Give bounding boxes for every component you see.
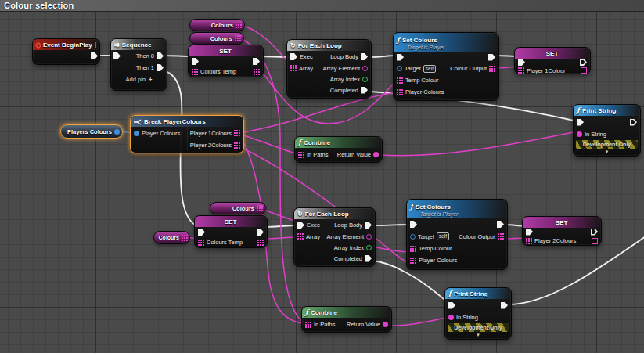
exec-in-pin[interactable]	[448, 302, 455, 309]
player2colours-out-pin[interactable]	[234, 142, 240, 149]
array-element-out-pin[interactable]	[366, 234, 372, 240]
array-out-pin[interactable]	[235, 35, 241, 41]
node-set-colours-temp-top[interactable]: SET Colours Temp	[188, 45, 264, 77]
array-out-pin[interactable]	[236, 22, 242, 28]
array-in-pin[interactable]	[290, 65, 297, 71]
var-get-colours-4[interactable]: Colours	[210, 202, 266, 214]
node-title: Set Colours	[402, 37, 437, 44]
exec-out-pin[interactable]	[488, 54, 495, 61]
node-expander[interactable]: ▼	[445, 333, 511, 339]
exec-out-pin[interactable]	[253, 58, 260, 65]
exec-in-pin[interactable]	[192, 58, 199, 65]
exec-out-pin[interactable]	[591, 229, 598, 236]
array-in-pin[interactable]	[192, 69, 198, 75]
struct-out-pin[interactable]	[114, 129, 120, 135]
exec-in-pin[interactable]	[518, 59, 525, 66]
target-in-pin[interactable]	[397, 66, 402, 71]
exec-out-pin[interactable]	[91, 52, 98, 59]
node-set-colours-temp-bottom[interactable]: SET Colours Temp	[194, 215, 268, 248]
node-foreach-loop-bottom[interactable]: ↻ For Each Loop Exec Loop Body Array Arr…	[293, 207, 376, 267]
node-print-string-bottom[interactable]: ƒ Print String In String Development Onl…	[444, 287, 512, 340]
loop-body-exec-pin[interactable]	[365, 222, 372, 229]
pin-label: Array Index	[334, 244, 364, 251]
value-out-pin[interactable]	[581, 67, 587, 74]
value-in-pin[interactable]	[518, 67, 524, 74]
var-get-colours-2[interactable]: Colours	[189, 32, 244, 45]
then0-exec-pin[interactable]	[157, 52, 164, 59]
struct-in-pin[interactable]	[134, 131, 139, 136]
node-combine-bottom[interactable]: ƒ Combine In Paths Return Value	[301, 306, 392, 333]
node-event-beginplay[interactable]: Event BeginPlay	[32, 38, 100, 65]
then1-exec-pin[interactable]	[157, 64, 164, 71]
exec-wire[interactable]	[509, 236, 644, 304]
exec-in-pin[interactable]	[526, 229, 533, 236]
array-index-out-pin[interactable]	[366, 245, 372, 250]
array-out-pin[interactable]	[254, 69, 260, 75]
player-colours-in-pin[interactable]	[410, 258, 416, 264]
exec-out-pin[interactable]	[580, 59, 587, 66]
debug-marker-icon[interactable]	[95, 42, 96, 48]
var-get-players-colours[interactable]: Players Colours	[60, 124, 123, 139]
exec-out-pin[interactable]	[497, 221, 504, 228]
exec-out-pin[interactable]	[257, 229, 264, 236]
node-foreach-loop-top[interactable]: ↻ For Each Loop Exec Loop Body Array Arr…	[286, 39, 372, 99]
exec-in-pin[interactable]	[577, 119, 584, 126]
exec-in-pin[interactable]	[410, 221, 417, 228]
colour-output-pin[interactable]	[498, 233, 504, 240]
node-sequence[interactable]: ⇉ Sequence Then 0 Then 1 Add pin +	[110, 38, 167, 91]
pin-label: In Paths	[307, 151, 329, 158]
exec-in-pin[interactable]	[397, 54, 404, 61]
in-string-pin[interactable]	[448, 315, 454, 320]
chevron-down-icon: ▼	[605, 149, 610, 155]
pin-label: Player Colours	[142, 130, 180, 137]
value-out-pin[interactable]	[592, 238, 598, 244]
array-out-pin[interactable]	[257, 240, 264, 246]
value-in-pin[interactable]	[526, 238, 532, 244]
exec-wire[interactable]	[373, 225, 411, 225]
exec-out-pin[interactable]	[501, 302, 508, 309]
data-wire[interactable]	[380, 131, 577, 156]
array-out-pin[interactable]	[257, 205, 263, 211]
array-index-out-pin[interactable]	[362, 77, 368, 82]
node-print-string-top[interactable]: ƒ Print String In String Development Onl…	[573, 104, 641, 157]
array-element-out-pin[interactable]	[362, 66, 368, 71]
var-get-colours-1[interactable]: Colours	[189, 19, 245, 31]
node-break-playercolours[interactable]: Break PlayerColours Player Colours Playe…	[130, 115, 244, 153]
player-colours-in-pin[interactable]	[397, 89, 403, 95]
array-out-pin[interactable]	[182, 235, 188, 241]
in-paths-pin[interactable]	[305, 322, 311, 328]
self-default-value[interactable]: self	[423, 65, 436, 73]
exec-out-pin[interactable]	[630, 119, 637, 126]
self-default-value[interactable]: self	[437, 232, 449, 240]
data-wire[interactable]	[239, 134, 300, 155]
completed-exec-pin[interactable]	[361, 87, 368, 94]
colour-output-pin[interactable]	[489, 66, 495, 72]
graph-title: Colour selection	[0, 0, 644, 12]
return-value-pin[interactable]	[373, 152, 379, 157]
loop-body-exec-pin[interactable]	[361, 53, 368, 60]
node-set-colours-function-bottom[interactable]: ƒ Set Colours Target is Player Target se…	[406, 199, 508, 270]
exec-in-pin[interactable]	[113, 52, 121, 59]
return-value-pin[interactable]	[383, 322, 388, 327]
in-string-pin[interactable]	[577, 131, 582, 137]
temp-colour-in-pin[interactable]	[410, 246, 416, 252]
node-set-colours-function-top[interactable]: ƒ Set Colours Target is Player Target se…	[393, 32, 499, 101]
node-combine-mid[interactable]: ƒ Combine In Paths Return Value	[294, 136, 383, 163]
exec-in-pin[interactable]	[297, 222, 304, 229]
node-set-player2colours[interactable]: SET Player 2Colours	[522, 216, 602, 246]
node-set-player1colour[interactable]: SET Player 1Colour	[514, 47, 591, 74]
array-in-pin[interactable]	[198, 240, 204, 246]
target-in-pin[interactable]	[410, 234, 416, 240]
exec-in-pin[interactable]	[198, 229, 205, 236]
node-expander[interactable]: ▼	[574, 149, 640, 156]
exec-in-pin[interactable]	[290, 53, 297, 60]
temp-colour-in-pin[interactable]	[397, 77, 403, 84]
player1colours-out-pin[interactable]	[234, 130, 240, 136]
add-pin-button[interactable]: Add pin +	[111, 74, 167, 85]
in-paths-pin[interactable]	[298, 152, 304, 158]
array-in-pin[interactable]	[297, 233, 304, 240]
completed-exec-pin[interactable]	[365, 255, 372, 262]
var-get-colours-3[interactable]: Colours	[153, 231, 190, 244]
data-wire[interactable]	[389, 316, 452, 326]
blueprint-canvas[interactable]: Colour selection Event BeginPlay ⇉ Seque…	[0, 0, 644, 353]
